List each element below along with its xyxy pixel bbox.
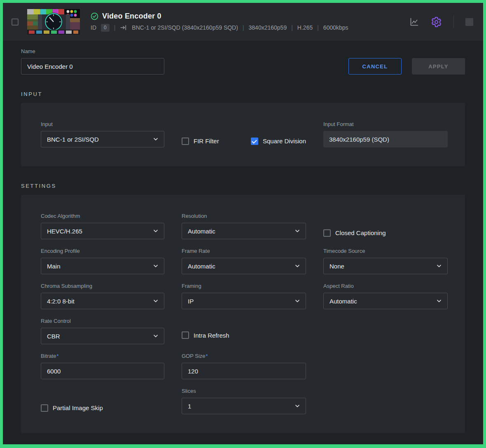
stats-button[interactable]: [409, 17, 419, 27]
form-actions: CANCEL APPLY: [348, 58, 465, 75]
rate-control-select[interactable]: CBR: [41, 328, 164, 344]
name-row: Name CANCEL APPLY: [21, 48, 465, 75]
bitrate-label: Bitrate*: [41, 353, 164, 359]
name-field-group: Name: [21, 48, 164, 75]
input-field-group: Input BNC-1 or 2SI/SQD: [41, 121, 164, 147]
rate-control-field-group: Rate Control CBR: [41, 318, 164, 344]
header-actions: [409, 16, 473, 28]
chroma-subsampling-select[interactable]: 4:2:0 8-bit: [41, 293, 164, 309]
resolution-label: Resolution: [182, 213, 306, 219]
input-select-value: BNC-1 or 2SI/SQD: [47, 136, 99, 143]
slices-value: 1: [188, 403, 191, 410]
name-label: Name: [21, 48, 164, 54]
aspect-ratio-select[interactable]: Automatic: [323, 293, 448, 309]
settings-button[interactable]: [431, 16, 442, 28]
chroma-subsampling-field-group: Chroma Subsampling 4:2:0 8-bit: [41, 283, 164, 309]
framing-label: Framing: [182, 283, 306, 289]
fir-filter-label: FIR Filter: [194, 138, 219, 145]
input-checkboxes: FIR Filter Square Division: [182, 135, 306, 147]
input-arrow-icon: [120, 24, 127, 31]
meta-separator: |: [243, 24, 244, 31]
partial-image-skip-label: Partial Image Skip: [53, 404, 103, 411]
slices-select[interactable]: 1: [182, 398, 306, 414]
encoding-profile-value: Main: [47, 263, 61, 270]
gop-size-label: GOP Size*: [182, 353, 306, 359]
chevron-down-icon: [294, 403, 301, 409]
chevron-down-icon: [152, 263, 159, 269]
meta-separator: |: [291, 24, 293, 31]
square-division-checkbox[interactable]: Square Division: [251, 138, 306, 145]
input-label: Input: [41, 121, 164, 127]
framing-field-group: Framing IP: [182, 283, 306, 309]
input-select[interactable]: BNC-1 or 2SI/SQD: [41, 131, 164, 147]
cancel-button[interactable]: CANCEL: [348, 58, 402, 75]
codec-summary: H.265: [297, 24, 313, 31]
framing-select[interactable]: IP: [182, 293, 306, 309]
apply-button[interactable]: APPLY: [412, 58, 465, 75]
line-chart-icon: [409, 17, 419, 27]
intra-refresh-checkbox[interactable]: Intra Refresh: [182, 331, 306, 339]
codec-algorithm-label: Codec Algorithm: [41, 213, 164, 219]
partial-image-skip-checkbox[interactable]: Partial Image Skip: [41, 401, 164, 414]
chevron-down-icon: [436, 263, 442, 269]
resolution-field-group: Resolution Automatic: [182, 213, 306, 239]
frame-rate-select[interactable]: Automatic: [182, 258, 306, 274]
chevron-down-icon: [152, 228, 159, 234]
codec-algorithm-value: HEVC/H.265: [47, 228, 82, 235]
required-mark: *: [206, 353, 208, 359]
chroma-subsampling-value: 4:2:0 8-bit: [47, 298, 75, 305]
intra-refresh-checkbox-box[interactable]: [182, 331, 189, 339]
codec-algorithm-select[interactable]: HEVC/H.265: [41, 223, 164, 239]
chevron-down-icon: [294, 263, 301, 269]
timecode-source-label: Timecode Source: [323, 248, 448, 254]
bitrate-input[interactable]: [41, 363, 164, 379]
encoder-meta-row: ID 0 | BNC-1 or 2SI/SQD (3840x2160p59 SQ…: [91, 24, 348, 31]
slices-label: Slices: [182, 388, 306, 394]
fir-filter-checkbox-box[interactable]: [182, 138, 189, 145]
chevron-down-icon: [152, 333, 159, 339]
encoding-profile-select[interactable]: Main: [41, 258, 164, 274]
timecode-source-value: None: [329, 263, 344, 270]
timecode-source-select[interactable]: None: [323, 258, 448, 274]
meta-separator: |: [317, 24, 319, 31]
aspect-ratio-label: Aspect Ratio: [323, 283, 448, 289]
fir-filter-checkbox[interactable]: FIR Filter: [182, 138, 219, 145]
closed-captioning-label: Closed Captioning: [335, 229, 386, 236]
chevron-down-icon: [294, 228, 301, 234]
timecode-source-field-group: Timecode Source None: [323, 248, 448, 274]
gop-size-input[interactable]: [182, 363, 306, 379]
input-format-label: Input Format: [323, 121, 448, 127]
id-label: ID: [91, 24, 96, 31]
resolution-value: Automatic: [188, 228, 215, 235]
closed-captioning-checkbox-box[interactable]: [323, 229, 331, 237]
framing-value: IP: [188, 298, 194, 305]
bitrate-summary: 6000kbps: [323, 24, 348, 31]
select-encoder-checkbox[interactable]: [12, 19, 19, 26]
square-division-checkbox-box[interactable]: [251, 138, 258, 145]
closed-captioning-checkbox[interactable]: Closed Captioning: [323, 226, 448, 239]
id-badge: 0: [101, 24, 110, 31]
meta-separator: |: [114, 24, 116, 31]
chevron-down-icon: [152, 298, 159, 304]
format-summary: 3840x2160p59: [249, 24, 287, 31]
resolution-select[interactable]: Automatic: [182, 223, 306, 239]
status-ok-icon: [91, 12, 98, 20]
encoder-form: Name CANCEL APPLY INPUT Input BNC-1 or 2…: [3, 41, 483, 444]
gear-icon: [431, 16, 442, 28]
header-bar: Video Encoder 0 ID 0 | BNC-1 or 2SI/SQD …: [3, 3, 483, 41]
frame-rate-value: Automatic: [188, 263, 215, 270]
encoding-profile-field-group: Encoding Profile Main: [41, 248, 164, 274]
panel-toggle-button[interactable]: [465, 18, 473, 26]
name-input[interactable]: [21, 58, 164, 75]
partial-image-skip-checkbox-box[interactable]: [41, 404, 48, 412]
encoder-panel: Video Encoder 0 ID 0 | BNC-1 or 2SI/SQD …: [3, 3, 483, 444]
title-block: Video Encoder 0 ID 0 | BNC-1 or 2SI/SQD …: [91, 12, 348, 31]
video-preview-thumbnail: [27, 9, 80, 35]
gop-size-field-group: GOP Size*: [182, 353, 306, 379]
page-title: Video Encoder 0: [102, 12, 161, 21]
codec-algorithm-field-group: Codec Algorithm HEVC/H.265: [41, 213, 164, 239]
frame-rate-field-group: Frame Rate Automatic: [182, 248, 306, 274]
chevron-down-icon: [436, 298, 442, 304]
input-format-value: 3840x2160p59 (SQD): [323, 131, 448, 147]
aspect-ratio-field-group: Aspect Ratio Automatic: [323, 283, 448, 309]
